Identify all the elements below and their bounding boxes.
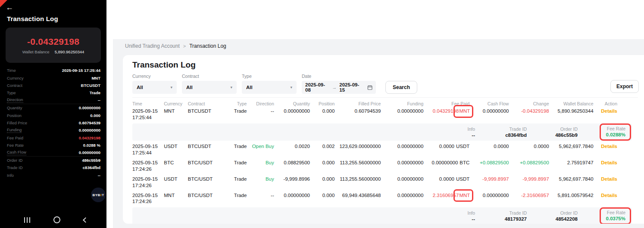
date-end: 2025-09-15: [339, 82, 363, 92]
table-row: 2025-09-1517:25:44USDTBTCUSDTTradeOpen B…: [132, 142, 638, 158]
cell-trade_type: Trade: [224, 176, 247, 182]
detail-field-fee-rate: Fee Rate0.0288 %: [7, 142, 100, 149]
cell-time: 2025-09-1517:25:44: [132, 108, 164, 121]
detail-field-position: Position0.000: [7, 111, 100, 119]
field-label: Info: [7, 173, 14, 178]
cell-wallet: 5,962,697.7840: [549, 143, 594, 150]
summary-card: -0.04329198 Wallet Balance5,890.96250344: [6, 28, 101, 63]
android-recents-icon[interactable]: [24, 217, 30, 223]
currency-filter-select[interactable]: All ▾: [132, 81, 177, 94]
back-arrow-icon[interactable]: ←: [6, 3, 13, 12]
subcell-value: 486c55b9: [527, 132, 578, 138]
detail-field-cash-flow: Cash Flow0.00000000: [7, 149, 100, 156]
android-nav-bar: [0, 215, 106, 225]
cell-position: 0.000: [310, 160, 335, 166]
details-link[interactable]: Details: [601, 144, 617, 149]
cell-contract: BTCUSDT: [188, 108, 224, 114]
cell-action: Details: [594, 160, 617, 166]
subcell-fee_rate: Fee Rate0.0288%: [578, 126, 626, 138]
column-header-type: Type: [224, 101, 247, 106]
type-filter-select[interactable]: All ▾: [242, 81, 297, 94]
cell-time: 2025-09-1517:24:26: [132, 160, 164, 173]
subcell-value: c8364fbd: [475, 132, 527, 138]
cell-time: 2025-09-1517:25:44: [132, 143, 164, 156]
cell-contract: BTC/USDT: [188, 176, 224, 182]
field-label: Quantity: [7, 105, 22, 110]
field-value: 0.60794539: [79, 120, 100, 125]
fee-unit: USDT: [456, 144, 469, 149]
subcell-value: 0.0375%: [606, 216, 625, 221]
chevron-down-icon: ▾: [230, 85, 232, 89]
android-home-icon[interactable]: [53, 216, 60, 223]
column-header-wallet-balance: Wallet Balance: [549, 101, 594, 106]
cell-action: Details: [594, 192, 617, 199]
date-filter: Date 2025-09-08 → 2025-09-15: [302, 74, 376, 94]
date-range-picker[interactable]: 2025-09-08 → 2025-09-15: [302, 81, 376, 94]
field-label: Funding: [7, 127, 22, 133]
cell-contract: BTC/USDT: [188, 192, 224, 199]
details-link[interactable]: Details: [601, 160, 617, 165]
subcell-info: Info--: [447, 126, 475, 138]
type-filter: Type All ▾: [242, 74, 297, 94]
cell-action: Details: [594, 143, 617, 150]
android-back-icon[interactable]: [83, 217, 88, 223]
page-title: Transaction Log: [132, 60, 638, 70]
contract-filter-select[interactable]: All ▾: [182, 81, 237, 94]
logo-text-end: T: [102, 193, 104, 197]
date-start: 2025-09-08: [305, 82, 329, 92]
cell-fee: 0.0000USDT: [423, 143, 469, 150]
breadcrumb-parent-link[interactable]: Unified Trading Account: [125, 43, 180, 49]
detail-field-funding: Funding0.00000000: [7, 126, 100, 134]
subcell-label: Trade ID: [475, 210, 527, 216]
field-label: Time: [7, 68, 16, 73]
field-value: 486c55b9: [82, 158, 100, 163]
subcell-label: Info: [447, 126, 475, 132]
subcell-value: 0.0288%: [606, 132, 625, 137]
details-link[interactable]: Details: [601, 108, 617, 114]
annotation-box-fee-unit: MNT: [453, 105, 473, 118]
cell-filled_price: 123,629.00000000: [335, 143, 381, 150]
subcell-value: --: [447, 132, 475, 138]
subcell-value: 48542208: [527, 216, 578, 222]
details-link[interactable]: Details: [601, 193, 617, 198]
column-header-cash-flow: Cash Flow: [469, 101, 509, 106]
field-label: Direction: [7, 97, 23, 103]
detail-field-filled-price: Filled Price0.60794539: [7, 119, 100, 126]
column-header-direction: Direction: [247, 101, 274, 106]
search-button[interactable]: Search: [385, 81, 417, 94]
column-header-contract: Contract: [188, 101, 224, 106]
subcell-label: Order ID: [527, 210, 578, 216]
table-header-row: TimeCurrencyContractTypeDirectionQuantit…: [132, 101, 638, 106]
cell-direction: --: [247, 192, 274, 199]
field-value: MNT: [91, 76, 100, 80]
column-header-action: Action: [594, 101, 617, 106]
field-value: 0.00000000: [79, 150, 100, 155]
export-button[interactable]: Export: [610, 80, 639, 93]
detail-field-order-id: Order ID486c55b9: [7, 157, 100, 164]
cell-action: Details: [594, 108, 617, 114]
field-label: Fee Paid: [7, 136, 23, 140]
transaction-log-card: Transaction Log Currency All ▾ Contract …: [123, 55, 644, 224]
field-value: 2025-09-15 17:25:44: [62, 68, 100, 73]
cell-quantity: 0.0020: [274, 143, 310, 150]
field-value: 0.04329198: [79, 136, 100, 140]
column-header-filled-price: Filled Price: [335, 101, 381, 106]
field-label: Fee Rate: [7, 143, 24, 148]
cell-wallet: 5,891.00579542: [549, 192, 594, 199]
cell-action: Details: [594, 176, 617, 182]
detail-field-list: Time2025-09-15 17:25:44CurrencyMNTContra…: [7, 67, 100, 179]
filter-bar: Currency All ▾ Contract All ▾: [132, 74, 638, 98]
cell-fee: 0.04329198MNT: [423, 108, 469, 114]
logo-text: BYB: [92, 193, 100, 197]
table-row: 2025-09-1517:24:26USDTBTC/USDTTradeBuy-9…: [132, 174, 638, 191]
subcell-order_id: Order ID486c55b9: [527, 126, 578, 138]
cell-change: 0.0000: [509, 143, 549, 150]
details-link[interactable]: Details: [601, 176, 617, 182]
detail-field-currency: CurrencyMNT: [7, 74, 100, 81]
screenshot-root: ← Transaction Log -0.04329198 Wallet Bal…: [0, 0, 644, 228]
contract-filter-label: Contract: [182, 74, 237, 79]
chevron-down-icon: ▾: [290, 85, 292, 89]
subcell-value: --: [447, 216, 475, 222]
annotation-box-fee-unit: MNT: [453, 189, 473, 202]
subcell-label: Fee Rate: [606, 210, 625, 215]
